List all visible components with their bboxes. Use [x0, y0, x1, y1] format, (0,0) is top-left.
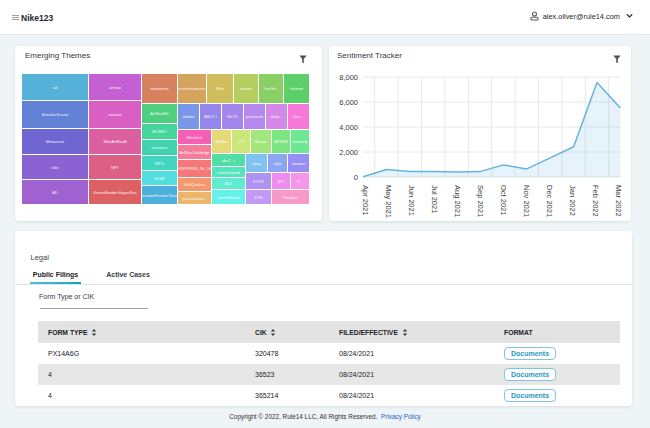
- svg-text:0: 0: [354, 173, 358, 182]
- svg-text:May 2021: May 2021: [384, 185, 393, 218]
- svg-text:Jul 2021: Jul 2021: [430, 185, 439, 213]
- svg-text:6,000: 6,000: [339, 98, 358, 107]
- svg-text:Sep 2021: Sep 2021: [476, 185, 485, 217]
- svg-text:Apr 2021: Apr 2021: [361, 185, 370, 215]
- svg-text:Dec 2021: Dec 2021: [545, 185, 554, 217]
- svg-text:Nov 2021: Nov 2021: [522, 185, 531, 217]
- svg-text:2,000: 2,000: [339, 148, 358, 157]
- svg-text:8,000: 8,000: [339, 73, 358, 82]
- svg-text:Jan 2022: Jan 2022: [568, 185, 577, 216]
- svg-text:Jun 2021: Jun 2021: [407, 185, 416, 216]
- svg-text:Oct 2021: Oct 2021: [499, 185, 508, 215]
- svg-text:Feb 2022: Feb 2022: [591, 185, 600, 217]
- svg-text:Mar 2022: Mar 2022: [614, 185, 623, 217]
- svg-text:Aug 2021: Aug 2021: [453, 185, 462, 217]
- svg-text:4,000: 4,000: [339, 123, 358, 132]
